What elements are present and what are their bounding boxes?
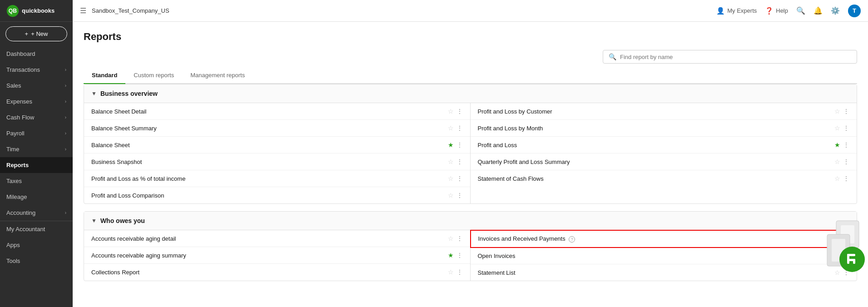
star-icon[interactable]: ☆ [448, 268, 454, 276]
sidebar-item-sales[interactable]: Sales › [0, 78, 73, 94]
section-who-owes-you: ▼ Who owes you Accounts receivable aging… [84, 211, 857, 281]
sidebar-navigation: Dashboard Transactions › Sales › Expense… [0, 46, 73, 307]
sidebar-item-reports[interactable]: Reports [0, 157, 73, 173]
table-row: Profit and Loss Comparison ☆ ⋮ [84, 187, 470, 203]
user-avatar[interactable]: T [848, 5, 861, 17]
question-icon[interactable]: ? [569, 236, 575, 243]
star-icon[interactable]: ☆ [448, 192, 454, 199]
star-icon[interactable]: ☆ [834, 175, 840, 182]
sidebar-item-expenses[interactable]: Expenses › [0, 94, 73, 109]
hamburger-menu-icon[interactable]: ☰ [80, 6, 86, 15]
sidebar-item-accounting[interactable]: Accounting › [0, 205, 73, 221]
more-options-icon[interactable]: ⋮ [843, 175, 849, 182]
search-icon: 🔍 [609, 53, 616, 60]
more-options-icon[interactable]: ⋮ [456, 124, 463, 132]
chevron-right-icon: › [65, 131, 66, 136]
settings-icon[interactable]: ⚙️ [831, 6, 840, 15]
report-name: Profit and Loss by Month [478, 125, 835, 132]
section-title-business-overview: Business overview [100, 90, 158, 97]
bell-icon[interactable]: 🔔 [813, 6, 823, 15]
collapse-icon[interactable]: ▼ [91, 218, 97, 224]
tabs: Standard Custom reports Management repor… [84, 67, 857, 84]
tab-management-reports[interactable]: Management reports [182, 67, 253, 84]
quickbooks-logo-icon: QB [6, 5, 19, 17]
tab-custom-reports[interactable]: Custom reports [125, 67, 182, 84]
more-options-icon[interactable]: ⋮ [456, 158, 463, 165]
report-name: Balance Sheet Detail [91, 108, 448, 115]
topbar: ☰ Sandbox_Test_Company_US 👤 My Experts ❓… [73, 0, 868, 22]
sidebar-item-mileage[interactable]: Mileage [0, 189, 73, 205]
more-options-icon[interactable]: ⋮ [456, 175, 463, 182]
star-icon[interactable]: ☆ [448, 235, 454, 242]
svg-rect-8 [847, 254, 855, 256]
star-icon[interactable]: ★ [448, 252, 454, 259]
star-icon[interactable]: ★ [834, 141, 840, 149]
reports-scroll[interactable]: ▼ Business overview Balance Sheet Detail… [84, 84, 857, 307]
more-options-icon[interactable]: ⋮ [843, 108, 849, 115]
more-options-icon[interactable]: ⋮ [456, 235, 463, 242]
page-title: Reports [84, 31, 857, 43]
sidebar-item-transactions[interactable]: Transactions › [0, 62, 73, 78]
search-bar-wrapper: 🔍 [84, 50, 857, 64]
sidebar-item-apps[interactable]: Apps [0, 237, 73, 253]
new-button-label: + New [31, 30, 48, 37]
my-experts-button[interactable]: 👤 My Experts [716, 7, 757, 15]
report-name: Business Snapshot [91, 158, 448, 165]
table-row: Balance Sheet Detail ☆ ⋮ [84, 103, 470, 120]
more-options-icon[interactable]: ⋮ [843, 124, 849, 132]
sidebar-item-taxes[interactable]: Taxes [0, 173, 73, 189]
table-row: Profit and Loss by Month ☆ ⋮ [471, 120, 857, 137]
sidebar-item-tools[interactable]: Tools [0, 253, 73, 269]
topbar-actions: 👤 My Experts ❓ Help 🔍 🔔 ⚙️ T [716, 5, 861, 17]
more-options-icon[interactable]: ⋮ [456, 192, 463, 199]
report-name: Statement of Cash Flows [478, 175, 835, 182]
more-options-icon[interactable]: ⋮ [456, 108, 463, 115]
sidebar-item-myaccountant[interactable]: My Accountant [0, 221, 73, 237]
more-options-icon[interactable]: ⋮ [843, 158, 849, 165]
search-icon[interactable]: 🔍 [796, 6, 805, 15]
section-business-overview: ▼ Business overview Balance Sheet Detail… [84, 84, 857, 204]
report-name: Accounts receivable aging detail [91, 235, 448, 242]
company-name: Sandbox_Test_Company_US [92, 7, 716, 14]
table-row: Balance Sheet ★ ⋮ [84, 137, 470, 154]
chevron-right-icon: › [65, 67, 66, 72]
star-icon[interactable]: ★ [448, 141, 454, 149]
search-input[interactable] [620, 54, 851, 60]
table-row: Profit and Loss by Customer ☆ ⋮ [471, 103, 857, 120]
tab-standard[interactable]: Standard [84, 67, 125, 84]
logo-text: quickbooks [22, 7, 55, 14]
star-icon[interactable]: ☆ [834, 108, 840, 115]
more-options-icon[interactable]: ⋮ [456, 141, 463, 149]
sidebar-logo: QB quickbooks [0, 0, 73, 22]
more-options-icon[interactable]: ⋮ [456, 268, 463, 276]
chevron-right-icon: › [65, 210, 66, 215]
star-icon[interactable]: ☆ [448, 175, 454, 182]
star-icon[interactable]: ☆ [834, 158, 840, 165]
svg-rect-10 [847, 259, 855, 261]
star-icon[interactable]: ☆ [834, 124, 840, 132]
table-row: Quarterly Profit and Loss Summary ☆ ⋮ [471, 154, 857, 170]
section-header-business-overview: ▼ Business overview [84, 84, 857, 103]
star-icon[interactable]: ☆ [448, 158, 454, 165]
report-name: Open Invoices [478, 253, 835, 259]
sidebar: QB quickbooks + + New Dashboard Transact… [0, 0, 73, 307]
collapse-icon[interactable]: ▼ [91, 90, 97, 97]
sidebar-item-cashflow[interactable]: Cash Flow › [0, 109, 73, 125]
star-icon[interactable]: ☆ [448, 124, 454, 132]
more-options-icon[interactable]: ⋮ [843, 141, 849, 149]
help-button[interactable]: ❓ Help [765, 7, 788, 15]
report-name: Balance Sheet Summary [91, 125, 448, 132]
qb-promo-graphic [809, 216, 868, 280]
invoices-received-payments-row: Invoices and Received Payments ? ☆ ⋮ [470, 230, 858, 248]
report-name: Accounts receivable aging summary [91, 252, 448, 259]
new-button[interactable]: + + New [5, 26, 67, 41]
sidebar-item-dashboard[interactable]: Dashboard [0, 46, 73, 62]
sidebar-item-time[interactable]: Time › [0, 141, 73, 157]
more-options-icon[interactable]: ⋮ [456, 252, 463, 259]
sidebar-item-payroll[interactable]: Payroll › [0, 125, 73, 141]
table-row: Profit and Loss ★ ⋮ [471, 137, 857, 154]
table-row: Open Invoices ☆ ⋮ [471, 248, 857, 264]
table-row: Accounts receivable aging summary ★ ⋮ [84, 247, 470, 264]
table-row: Business Snapshot ☆ ⋮ [84, 154, 470, 170]
star-icon[interactable]: ☆ [448, 108, 454, 115]
